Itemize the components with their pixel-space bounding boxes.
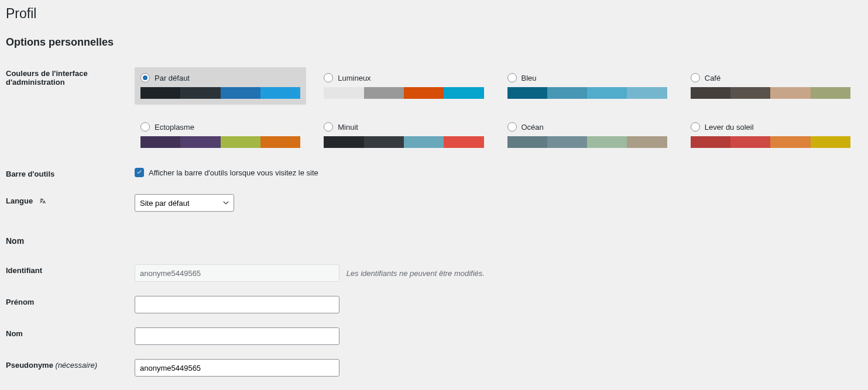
radio-icon: [140, 73, 150, 82]
radio-icon: [507, 122, 517, 132]
label-language: Langue: [6, 187, 135, 219]
identifier-description: Les identifiants ne peuvent être modifié…: [346, 269, 485, 278]
color-option[interactable]: Bleu: [502, 67, 673, 105]
radio-icon: [507, 73, 517, 82]
radio-icon: [140, 122, 150, 132]
translate-icon: [37, 196, 47, 207]
color-swatch: [324, 87, 483, 99]
label-toolbar: Barre d'outils: [6, 161, 135, 187]
nickname-input[interactable]: [135, 359, 339, 377]
color-swatch: [691, 136, 850, 148]
radio-icon: [691, 122, 700, 132]
radio-icon: [324, 73, 333, 82]
color-option-label: Bleu: [522, 74, 537, 82]
color-option-label: Lumineux: [338, 74, 370, 82]
label-admin-colors: Couleurs de l'interface d'administration: [6, 60, 135, 161]
checkbox-icon: [135, 168, 144, 177]
radio-icon: [324, 122, 333, 132]
section-name: Nom: [6, 236, 856, 246]
language-select[interactable]: Site par défaut: [135, 194, 234, 212]
color-option[interactable]: Café: [685, 67, 856, 105]
color-option[interactable]: Ectoplasme: [135, 116, 306, 154]
page-title: Profil: [6, 6, 856, 22]
color-option-label: Par défaut: [155, 74, 190, 82]
color-option[interactable]: Lever du soleil: [685, 116, 856, 154]
color-swatch: [507, 136, 667, 148]
color-option[interactable]: Océan: [502, 116, 673, 154]
color-swatch: [140, 136, 300, 148]
color-swatch: [691, 87, 850, 99]
color-swatch: [324, 136, 483, 148]
label-lastname: Nom: [6, 320, 135, 352]
color-swatch: [507, 87, 667, 99]
label-nickname: Pseudonyme (nécessaire): [6, 352, 135, 384]
identifier-input: [135, 264, 339, 282]
section-personal-options: Options personnelles: [6, 36, 856, 49]
color-option[interactable]: Par défaut: [135, 67, 306, 105]
color-option-label: Océan: [522, 123, 544, 132]
color-option-label: Ectoplasme: [155, 123, 194, 132]
firstname-input[interactable]: [135, 296, 339, 313]
color-scheme-grid: Par défautLumineuxBleuCaféEctoplasmeMinu…: [135, 67, 856, 154]
lastname-input[interactable]: [135, 327, 339, 345]
label-firstname: Prénom: [6, 289, 135, 320]
toolbar-checkbox-row[interactable]: Afficher la barre d'outils lorsque vous …: [135, 168, 856, 177]
color-option[interactable]: Minuit: [318, 116, 489, 154]
toolbar-checkbox-label: Afficher la barre d'outils lorsque vous …: [149, 168, 318, 177]
color-option-label: Minuit: [338, 123, 358, 132]
color-option-label: Lever du soleil: [705, 123, 754, 132]
radio-icon: [691, 73, 700, 82]
color-option-label: Café: [705, 74, 721, 82]
label-identifier: Identifiant: [6, 257, 135, 289]
color-option[interactable]: Lumineux: [318, 67, 489, 105]
color-swatch: [140, 87, 300, 99]
